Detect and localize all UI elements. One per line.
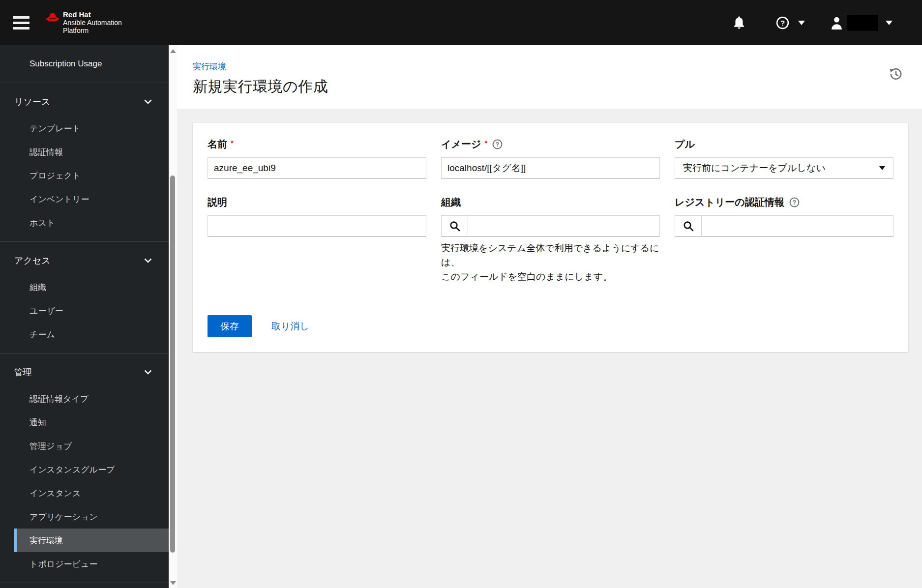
user-menu-button[interactable] <box>831 15 878 31</box>
chevron-down-icon <box>144 99 152 104</box>
help-menu-caret[interactable] <box>798 21 805 25</box>
sidebar-section-resources: リソース テンプレート 認証情報 プロジェクト インベントリー ホスト <box>0 83 169 242</box>
registry-credential-input[interactable] <box>701 215 893 236</box>
brand-logo[interactable]: Red Hat Ansible Automation Platform <box>46 11 122 34</box>
registry-credential-search-button[interactable] <box>675 215 701 236</box>
sidebar-nav: Subscription Usage リソース テンプレート 認証情報 プロジェ… <box>0 45 169 588</box>
label-text: レジストリーの認証情報 <box>675 196 784 209</box>
sidebar-item-inventories[interactable]: インベントリー <box>0 187 169 211</box>
caret-down-icon <box>879 166 885 170</box>
svg-text:?: ? <box>793 199 796 206</box>
pull-select[interactable]: 実行前にコンテナーをプルしない <box>675 157 893 178</box>
sidebar-item-instance-groups[interactable]: インスタンスグループ <box>0 458 169 481</box>
caret-down-icon <box>798 21 805 25</box>
organization-input[interactable] <box>468 215 660 236</box>
hamburger-bar <box>13 27 30 29</box>
save-button[interactable]: 保存 <box>208 315 252 337</box>
breadcrumb: 実行環境 <box>193 61 922 72</box>
page-title: 新規実行環境の作成 <box>193 77 922 97</box>
brand-product-line1: Ansible Automation <box>63 19 122 27</box>
sidebar-group-administration[interactable]: 管理 <box>0 357 169 387</box>
masthead-actions: ? <box>733 0 892 45</box>
name-input[interactable] <box>208 157 426 178</box>
question-circle-icon: ? <box>789 197 800 207</box>
bell-icon <box>733 15 745 30</box>
image-input[interactable] <box>441 157 660 178</box>
sidebar-group-label: 管理 <box>14 366 32 378</box>
svg-text:?: ? <box>496 141 499 148</box>
description-label: 説明 <box>208 197 426 207</box>
registry-credential-label: レジストリーの認証情報 ? <box>675 197 893 207</box>
scroll-up-arrow-icon[interactable] <box>170 49 176 53</box>
brand-product-line2: Platform <box>63 27 122 34</box>
organization-label: 組織 <box>441 197 660 207</box>
sidebar-item-projects[interactable]: プロジェクト <box>0 164 169 187</box>
search-icon <box>683 221 694 232</box>
image-label: イメージ * ? <box>441 139 660 149</box>
chevron-down-icon <box>144 370 152 375</box>
pull-selected-value: 実行前にコンテナーをプルしない <box>683 162 826 175</box>
registry-credential-lookup <box>675 215 893 236</box>
registry-credential-help-button[interactable]: ? <box>789 197 800 207</box>
organization-lookup <box>441 215 660 236</box>
image-help-button[interactable]: ? <box>492 139 503 149</box>
label-text: イメージ <box>441 138 481 151</box>
notifications-button[interactable] <box>733 15 745 30</box>
sidebar-item-organizations[interactable]: 組織 <box>0 275 169 299</box>
sidebar-item-management-jobs[interactable]: 管理ジョブ <box>0 434 169 458</box>
svg-text:?: ? <box>780 18 785 27</box>
organization-search-button[interactable] <box>441 215 468 236</box>
sidebar-item-subscription-usage[interactable]: Subscription Usage <box>0 52 169 76</box>
sidebar-item-topology-view[interactable]: トポロジービュー <box>0 552 169 576</box>
field-organization: 組織 実行環境をシステム全体で利用できるようにするには、 このフィールドを空白の… <box>441 197 660 284</box>
label-text: 説明 <box>208 196 227 209</box>
sidebar-section-access: アクセス 組織 ユーザー チーム <box>0 242 169 353</box>
field-description: 説明 <box>208 197 426 284</box>
main-content: 実行環境 新規実行環境の作成 名前 * イメージ <box>177 45 922 588</box>
sidebar-item-templates[interactable]: テンプレート <box>0 117 169 140</box>
execution-environment-form: 名前 * イメージ * ? <box>208 139 893 284</box>
help-menu-button[interactable]: ? <box>776 16 789 29</box>
required-asterisk: * <box>231 139 234 147</box>
name-label: 名前 * <box>208 139 426 149</box>
sidebar-item-applications[interactable]: アプリケーション <box>0 505 169 529</box>
sidebar-group-resources[interactable]: リソース <box>0 87 169 117</box>
sidebar-item-hosts[interactable]: ホスト <box>0 211 169 235</box>
sidebar-item-credential-types[interactable]: 認証情報タイプ <box>0 387 169 411</box>
sidebar-group-label: リソース <box>14 96 50 108</box>
description-input[interactable] <box>208 215 426 236</box>
cancel-button[interactable]: 取り消し <box>271 320 309 333</box>
sidebar-scrollbar[interactable] <box>169 45 177 588</box>
field-registry-credential: レジストリーの認証情報 ? <box>675 197 893 284</box>
user-icon <box>831 16 843 29</box>
sidebar-item-credentials[interactable]: 認証情報 <box>0 140 169 164</box>
hamburger-bar <box>13 22 30 24</box>
scrollbar-thumb[interactable] <box>170 176 175 553</box>
sidebar-item-users[interactable]: ユーザー <box>0 299 169 323</box>
caret-down-icon <box>886 21 892 25</box>
user-menu-caret[interactable] <box>886 21 892 25</box>
question-circle-icon: ? <box>492 139 503 149</box>
username-redacted <box>847 15 878 31</box>
page-header: 実行環境 新規実行環境の作成 <box>177 45 922 109</box>
breadcrumb-link-execution-environments[interactable]: 実行環境 <box>193 62 226 71</box>
history-button[interactable] <box>889 67 903 83</box>
sidebar-section-subscription: Subscription Usage <box>0 45 169 83</box>
sidebar-group-access[interactable]: アクセス <box>0 246 169 275</box>
sidebar-item-execution-environments[interactable]: 実行環境 <box>14 529 169 552</box>
sidebar-item-notifications[interactable]: 通知 <box>0 411 169 434</box>
organization-helper-text: 実行環境をシステム全体で利用できるようにするには、 このフィールドを空白のままに… <box>441 241 660 284</box>
sidebar-item-instances[interactable]: インスタンス <box>0 481 169 505</box>
helper-line: 実行環境をシステム全体で利用できるようにするには、 <box>441 241 660 269</box>
helper-line: このフィールドを空白のままにします。 <box>441 269 660 284</box>
masthead: Red Hat Ansible Automation Platform ? <box>0 0 922 45</box>
nav-toggle-hamburger-icon[interactable] <box>13 16 30 29</box>
scroll-down-arrow-icon[interactable] <box>170 581 176 585</box>
sidebar-section-administration: 管理 認証情報タイプ 通知 管理ジョブ インスタンスグループ インスタンス アプ… <box>0 353 169 583</box>
label-text: 組織 <box>441 196 461 209</box>
required-asterisk: * <box>484 139 487 147</box>
search-icon <box>449 221 460 232</box>
sidebar-item-teams[interactable]: チーム <box>0 323 169 346</box>
history-icon <box>889 67 903 82</box>
label-text: プル <box>675 138 695 151</box>
